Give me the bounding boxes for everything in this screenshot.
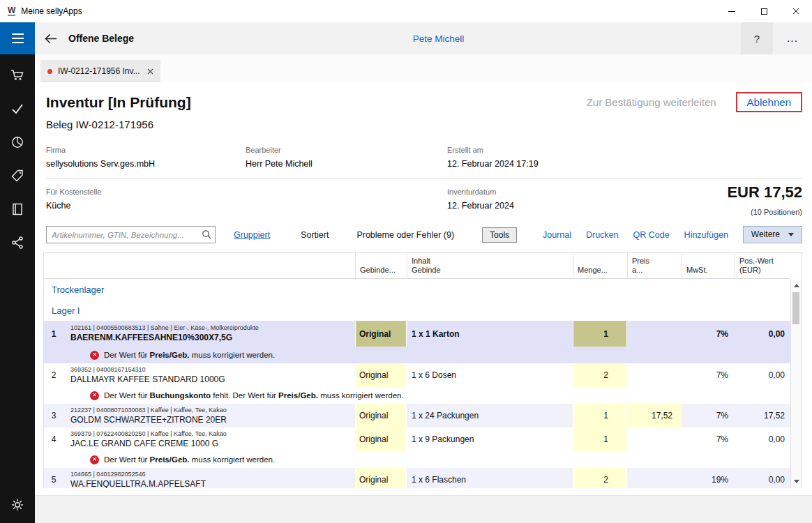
hamburger-icon xyxy=(12,33,24,43)
document-tab[interactable]: IW-0212-171956 Inv... xyxy=(40,60,160,82)
scroll-up-button[interactable] xyxy=(791,280,802,291)
erstellt-am-value: 12. Februar 2024 17:19 xyxy=(447,159,802,169)
titlebar: W Meine sellyApps xyxy=(0,0,812,22)
book-icon xyxy=(10,202,24,216)
column-header-product[interactable] xyxy=(63,253,355,278)
cell-gebinde[interactable]: Original xyxy=(355,363,407,387)
window-title: Meine sellyApps xyxy=(21,6,82,16)
tab-label: IW-0212-171956 Inv... xyxy=(58,66,140,76)
items-table: Gebinde...InhaltGebindeMenge...Preisa...… xyxy=(43,252,802,488)
position-count: (10 Positionen) xyxy=(727,208,802,216)
column-header-wert[interactable]: Pos.-Wert(EUR) xyxy=(735,253,790,278)
tab-close-button[interactable] xyxy=(147,68,153,75)
close-button[interactable] xyxy=(780,0,812,22)
cell-menge[interactable]: 1 xyxy=(573,404,627,427)
cart-icon xyxy=(10,68,24,82)
add-link[interactable]: Hinzufügen xyxy=(684,230,728,240)
footer-strip xyxy=(35,495,812,523)
sidebar-item-pie-chart[interactable] xyxy=(0,126,35,159)
grouped-toggle[interactable]: Gruppiert xyxy=(234,230,270,240)
cell-gebinde[interactable]: Original xyxy=(355,468,407,488)
table-scrollbar[interactable] xyxy=(790,280,802,488)
table-body: TrockenlagerLager I1102161 | 04005500683… xyxy=(44,279,790,488)
sidebar-item-cart[interactable] xyxy=(0,59,35,92)
sidebar-item-check[interactable] xyxy=(0,92,35,126)
error-row: Der Wert für Buchungskonto fehlt. Der We… xyxy=(44,387,790,404)
column-header-num[interactable] xyxy=(44,253,63,278)
table-row[interactable]: 3212237 | 04008071030083 | Kaffee | Kaff… xyxy=(44,404,790,427)
print-link[interactable]: Drucken xyxy=(586,230,619,240)
cell-menge[interactable]: 2 xyxy=(573,468,627,488)
gear-icon xyxy=(10,498,24,512)
header-more-button[interactable]: … xyxy=(777,22,808,54)
table-row[interactable]: 2369352 | 04008167154310DALLMAYR KAFFEE … xyxy=(44,363,790,387)
cell-gebinde[interactable]: Original xyxy=(355,321,407,347)
tools-button[interactable]: Tools xyxy=(482,227,517,243)
problems-filter[interactable]: Probleme oder Fehler (9) xyxy=(356,230,454,240)
forward-action[interactable]: Zur Bestätigung weiterleiten xyxy=(587,96,716,108)
sorted-toggle[interactable]: Sortiert xyxy=(301,230,329,240)
reject-button[interactable]: Ablehnen xyxy=(736,92,802,112)
firma-value: sellysolutions Serv.ges.mbH xyxy=(46,159,246,169)
sidebar-item-share[interactable] xyxy=(0,226,35,259)
table-row[interactable]: 1102161 | 04005500683513 | Sahne | Eier-… xyxy=(44,321,790,347)
cell-position-number: 5 xyxy=(44,468,63,488)
cell-menge[interactable]: 1 xyxy=(573,321,627,347)
user-name[interactable]: Pete Michell xyxy=(413,33,465,44)
table-header: Gebinde...InhaltGebindeMenge...Preisa...… xyxy=(44,253,790,279)
column-header-inhalt[interactable]: InhaltGebinde xyxy=(407,253,573,278)
cell-wert: 17,52 xyxy=(735,404,790,427)
firma-label: Firma xyxy=(46,146,246,154)
cell-menge[interactable]: 2 xyxy=(573,363,627,387)
sidebar-item-book[interactable] xyxy=(0,192,35,226)
column-header-menge[interactable]: Menge... xyxy=(573,253,627,278)
table-row[interactable]: 4369379 | 07622400820250 | Kaffee | Kaff… xyxy=(44,427,790,451)
error-row: Der Wert für Preis/Geb. muss korrigiert … xyxy=(44,451,790,468)
scroll-down-button[interactable] xyxy=(791,476,802,487)
more-dropdown[interactable]: Weitere xyxy=(743,226,802,243)
cell-wert: 0,00 xyxy=(735,427,790,451)
menu-button[interactable] xyxy=(0,22,35,54)
minimize-button[interactable] xyxy=(716,0,748,22)
cell-product: 102161 | 04005500683513 | Sahne | Eier-,… xyxy=(63,321,355,347)
field-row-1: Firma sellysolutions Serv.ges.mbH Bearbe… xyxy=(46,146,802,179)
triangle-down-icon xyxy=(794,480,799,483)
cell-product: 369379 | 07622400820250 | Kaffee | Kaffe… xyxy=(63,427,355,451)
settings-button[interactable] xyxy=(0,491,35,519)
minimize-icon xyxy=(728,11,735,12)
help-button[interactable]: ? xyxy=(741,22,773,54)
cell-mwst: 7% xyxy=(682,427,735,451)
error-icon xyxy=(90,351,99,360)
bearbeiter-label: Bearbeiter xyxy=(246,146,447,154)
journal-link[interactable]: Journal xyxy=(543,230,571,240)
field-row-2: Für Kostenstelle Küche Inventurdatum 12.… xyxy=(46,188,802,216)
search-input[interactable] xyxy=(46,226,216,243)
cell-mwst: 7% xyxy=(682,321,735,347)
sidebar-item-tag[interactable] xyxy=(0,159,35,192)
cell-preis[interactable]: 17,52 xyxy=(627,404,682,427)
group-row[interactable]: Trockenlager xyxy=(44,279,790,300)
modified-indicator-icon xyxy=(47,69,52,74)
document-content: Inventur [In Prüfung] Zur Bestätigung we… xyxy=(35,82,812,495)
column-header-preis[interactable]: Preisa... xyxy=(627,253,682,278)
table-row[interactable]: 5104665 | 04012982052546WA.FENQUELLTRA.M… xyxy=(44,468,790,488)
search-icon xyxy=(202,229,211,241)
column-header-mwst[interactable]: MwSt. xyxy=(682,253,735,278)
column-header-gebinde[interactable]: Gebinde... xyxy=(355,253,407,278)
cell-menge[interactable]: 1 xyxy=(573,427,627,451)
pie-chart-icon xyxy=(10,135,24,149)
group-row[interactable]: Lager I xyxy=(44,300,790,321)
cell-position-number: 2 xyxy=(44,363,63,387)
maximize-button[interactable] xyxy=(748,0,780,22)
cell-product: 104665 | 04012982052546WA.FENQUELLTRA.M.… xyxy=(63,468,355,488)
cell-gebinde[interactable]: Original xyxy=(355,404,407,427)
sidebar-nav xyxy=(0,54,35,259)
cell-gebinde[interactable]: Original xyxy=(355,427,407,451)
cell-wert: 0,00 xyxy=(735,321,790,347)
document-subtitle: Beleg IW-0212-171956 xyxy=(46,119,802,130)
scroll-thumb[interactable] xyxy=(792,292,799,324)
back-button[interactable] xyxy=(35,22,66,54)
qr-code-link[interactable]: QR Code xyxy=(633,230,670,240)
list-toolbar: Gruppiert Sortiert Probleme oder Fehler … xyxy=(46,226,802,243)
window-controls xyxy=(716,0,812,22)
